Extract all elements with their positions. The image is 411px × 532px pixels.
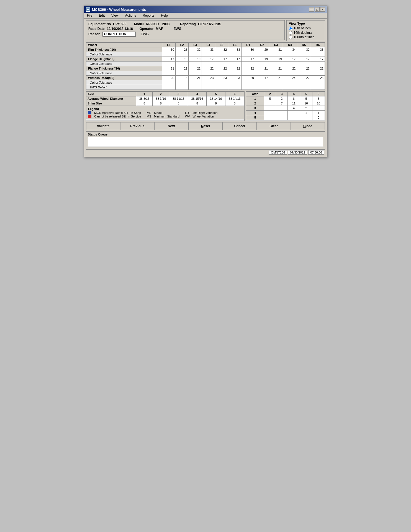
previous-button[interactable]: Previous [120, 122, 154, 130]
wheel-cell-r7-c10 [297, 80, 311, 85]
col-header-r1: R1 [241, 43, 255, 47]
wheel-cell-r6-c11[interactable]: 23 [311, 76, 325, 80]
axle-avg-section: Axle 1 2 3 4 5 6 Average Wheel Diameter [86, 91, 245, 121]
wheel-cell-r6-c10[interactable]: 22 [297, 76, 311, 80]
avg-diam-6[interactable]: 38 14/16 [225, 96, 244, 101]
wheel-cell-r0-c3[interactable]: 33 [202, 47, 215, 52]
wheel-cell-r6-c0[interactable]: 20 [162, 76, 176, 80]
wheel-cell-r4-c7[interactable]: 21 [255, 66, 269, 71]
wheel-cell-r4-c8[interactable]: 21 [269, 66, 283, 71]
wheel-cell-r6-c7[interactable]: 17 [255, 76, 269, 80]
wheel-cell-r0-c7[interactable]: 29 [255, 47, 269, 52]
table-row: Shim Size 8 8 8 8 8 8 [86, 101, 244, 106]
validate-button[interactable]: Validate [86, 122, 120, 130]
wheel-cell-r4-c9[interactable]: 22 [283, 66, 297, 71]
wheel-cell-r0-c8[interactable]: 31 [269, 47, 283, 52]
wheel-cell-r4-c0[interactable]: 21 [162, 66, 176, 71]
wheel-cell-r4-c4[interactable]: 22 [215, 66, 228, 71]
radio-16th-inch[interactable]: 16th of inch [289, 26, 323, 30]
avg-diam-4[interactable]: 38 15/16 [188, 96, 207, 101]
legend-col-3: LR - Left-Right Variation WV - Wheel Var… [185, 111, 217, 118]
wheel-cell-r4-c3[interactable]: 22 [202, 66, 215, 71]
avg-diam-5[interactable]: 38 14/16 [207, 96, 225, 101]
wheel-cell-r6-c2[interactable]: 21 [189, 76, 202, 80]
avg-diam-2[interactable]: 38 3/16 [153, 96, 169, 101]
menu-reports[interactable]: Reports [142, 13, 155, 18]
wheel-cell-r5-c2 [189, 71, 202, 76]
avg-diam-3[interactable]: 38 11/16 [169, 96, 188, 101]
shim-3[interactable]: 8 [169, 101, 188, 106]
wheel-cell-r2-c1[interactable]: 19 [175, 57, 189, 62]
maximize-button[interactable]: □ [315, 7, 320, 12]
radio-16th-decimal-input[interactable] [289, 31, 292, 35]
wheel-cell-r4-c1[interactable]: 22 [175, 66, 189, 71]
rg-cell-r1-c3: 10 [300, 101, 312, 106]
wheel-cell-r0-c5[interactable]: 33 [228, 47, 242, 52]
wheel-cell-r6-c8[interactable]: 21 [269, 76, 283, 80]
menu-file[interactable]: File [86, 13, 93, 18]
wheel-cell-r6-c9[interactable]: 24 [283, 76, 297, 80]
wheel-cell-r2-c8[interactable]: 19 [269, 57, 283, 62]
wheel-cell-r0-c9[interactable]: 34 [283, 47, 297, 52]
wheel-cell-r6-c1[interactable]: 18 [175, 76, 189, 80]
wheel-cell-r2-c3[interactable]: 17 [202, 57, 215, 62]
wheel-cell-r4-c5[interactable]: 22 [228, 66, 242, 71]
radio-16th-decimal[interactable]: 16th decimal [289, 31, 323, 35]
rg-cell-r3-c3: 1 [300, 111, 312, 115]
wheel-cell-r6-c5[interactable]: 23 [228, 76, 242, 80]
radio-1000th-inch[interactable]: 1000th of inch [289, 35, 323, 39]
wheel-cell-r2-c0[interactable]: 17 [162, 57, 176, 62]
shim-4[interactable]: 8 [188, 101, 207, 106]
rg-col-3: 3 [276, 92, 287, 96]
menu-edit[interactable]: Edit [98, 13, 106, 18]
wheel-cell-r0-c11[interactable]: 33 [311, 47, 325, 52]
wheel-cell-r2-c2[interactable]: 19 [189, 57, 202, 62]
wheel-cell-r2-c9[interactable]: 17 [283, 57, 297, 62]
menu-actions[interactable]: Actions [124, 13, 137, 18]
reason-input[interactable]: CORRECTION [102, 32, 136, 37]
status-queue-section: Status Queue [86, 131, 325, 148]
wheel-cell-r6-c6[interactable]: 20 [241, 76, 255, 80]
axle-col-1: 1 [136, 92, 153, 96]
menu-help[interactable]: Help [160, 13, 169, 18]
wheel-cell-r6-c3[interactable]: 23 [202, 76, 215, 80]
next-button[interactable]: Next [154, 122, 188, 130]
wheel-cell-r4-c11[interactable]: 22 [311, 66, 325, 71]
reset-button[interactable]: Reset [188, 122, 222, 130]
cancel-button[interactable]: Cancel [223, 122, 257, 130]
wheel-cell-r0-c6[interactable]: 30 [241, 47, 255, 52]
shim-6[interactable]: 8 [225, 101, 244, 106]
wheel-cell-r0-c0[interactable]: 30 [162, 47, 176, 52]
radio-16th-inch-input[interactable] [289, 27, 292, 30]
shim-1[interactable]: 8 [136, 101, 153, 106]
wheel-cell-r2-c6[interactable]: 17 [241, 57, 255, 62]
wheel-cell-r0-c2[interactable]: 32 [189, 47, 202, 52]
wheel-cell-r6-c4[interactable]: 23 [215, 76, 228, 80]
wheel-cell-r4-c2[interactable]: 22 [189, 66, 202, 71]
legend-lr: LR - Left-Right Variation [185, 111, 217, 114]
rg-cell-r2-c0 [264, 106, 276, 111]
shim-2[interactable]: 8 [153, 101, 169, 106]
wheel-cell-r0-c4[interactable]: 32 [215, 47, 228, 52]
wheel-cell-r8-c4 [215, 85, 228, 90]
wheel-cell-r2-c11[interactable]: 17 [311, 57, 325, 62]
wheel-cell-r2-c10[interactable]: 17 [297, 57, 311, 62]
wheel-cell-r2-c4[interactable]: 17 [215, 57, 228, 62]
radio-1000th-inch-input[interactable] [289, 35, 292, 39]
wheel-cell-r2-c5[interactable]: 17 [228, 57, 242, 62]
shim-5[interactable]: 8 [207, 101, 225, 106]
wheel-cell-r4-c6[interactable]: 22 [241, 66, 255, 71]
wheel-cell-r2-c7[interactable]: 19 [255, 57, 269, 62]
wheel-cell-r0-c10[interactable]: 32 [297, 47, 311, 52]
rg-cell-r1-c0 [264, 101, 276, 106]
wheel-cell-r0-c1[interactable]: 28 [175, 47, 189, 52]
avg-diam-1[interactable]: 38 8/16 [136, 96, 153, 101]
clear-button[interactable]: Clear [257, 122, 291, 130]
wheel-cell-r4-c10[interactable]: 22 [297, 66, 311, 71]
close-button-bar[interactable]: Close [291, 122, 325, 130]
minimize-button[interactable]: — [309, 7, 314, 12]
close-button[interactable]: x [320, 7, 325, 12]
menu-view[interactable]: View [110, 13, 120, 18]
operator-label: Operator [140, 27, 154, 31]
rg-cell-r2-c1 [276, 106, 287, 111]
